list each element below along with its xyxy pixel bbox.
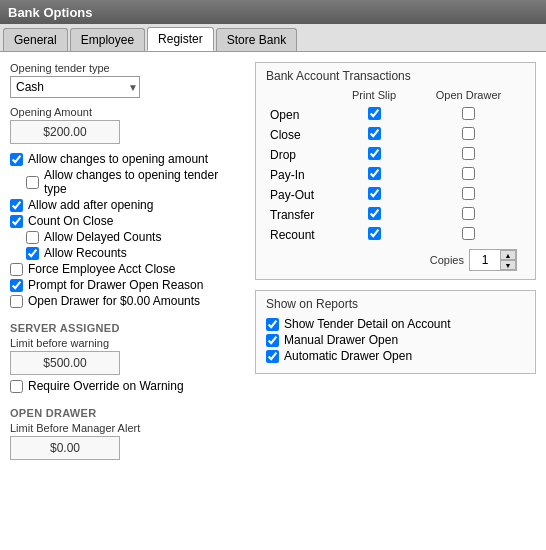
allow-changes-tender-label: Allow changes to opening tender type	[44, 168, 240, 196]
show-tender-input[interactable]	[266, 318, 279, 331]
bat-close-drawer[interactable]	[462, 127, 475, 140]
limit-manager-value: $0.00	[10, 436, 120, 460]
force-employee-input[interactable]	[10, 263, 23, 276]
manual-drawer-input[interactable]	[266, 334, 279, 347]
bat-payin-print[interactable]	[368, 167, 381, 180]
copies-label: Copies	[430, 254, 464, 266]
allow-recounts-input[interactable]	[26, 247, 39, 260]
limit-warning-label: Limit before warning	[10, 337, 240, 349]
require-override-label: Require Override on Warning	[28, 379, 184, 393]
bat-payin-drawer[interactable]	[462, 167, 475, 180]
copies-increment-button[interactable]: ▲	[500, 250, 516, 260]
title-bar: Bank Options	[0, 0, 546, 24]
main-content: Opening tender type Cash ▼ Opening Amoun…	[0, 52, 546, 550]
opening-amount-value: $200.00	[10, 120, 120, 144]
bat-table: Print Slip Open Drawer Open Close	[266, 89, 525, 245]
open-drawer-zero-input[interactable]	[10, 295, 23, 308]
prompt-drawer-label: Prompt for Drawer Open Reason	[28, 278, 203, 292]
limit-manager-label: Limit Before Manager Alert	[10, 422, 240, 434]
checkbox-auto-drawer: Automatic Drawer Open	[266, 349, 525, 363]
allow-changes-opening-input[interactable]	[10, 153, 23, 166]
tab-bar: General Employee Register Store Bank	[0, 24, 546, 52]
bat-recount-drawer[interactable]	[462, 227, 475, 240]
bat-drop-drawer[interactable]	[462, 147, 475, 160]
bat-row-payin: Pay-In	[266, 165, 525, 185]
server-assigned-label: Server Assigned	[10, 322, 240, 334]
bat-close-print[interactable]	[368, 127, 381, 140]
copies-decrement-button[interactable]: ▼	[500, 260, 516, 270]
checkbox-manual-drawer: Manual Drawer Open	[266, 333, 525, 347]
bat-row-close: Close	[266, 125, 525, 145]
checkbox-allow-delayed: Allow Delayed Counts	[26, 230, 240, 244]
allow-recounts-label: Allow Recounts	[44, 246, 127, 260]
checkbox-allow-changes-tender: Allow changes to opening tender type	[26, 168, 240, 196]
copies-input[interactable]	[470, 252, 500, 268]
left-panel: Opening tender type Cash ▼ Opening Amoun…	[10, 62, 240, 540]
bat-transfer-print[interactable]	[368, 207, 381, 220]
allow-add-after-label: Allow add after opening	[28, 198, 153, 212]
checkbox-open-drawer-zero: Open Drawer for $0.00 Amounts	[10, 294, 240, 308]
checkbox-allow-add-after: Allow add after opening	[10, 198, 240, 212]
checkboxes-group1: Allow changes to opening amount Allow ch…	[10, 152, 240, 310]
manual-drawer-label: Manual Drawer Open	[284, 333, 398, 347]
checkbox-allow-recounts: Allow Recounts	[26, 246, 240, 260]
open-drawer-section: Open Drawer Limit Before Manager Alert $…	[10, 403, 240, 460]
opening-tender-label: Opening tender type	[10, 62, 240, 74]
show-tender-label: Show Tender Detail on Account	[284, 317, 451, 331]
opening-tender-section: Opening tender type Cash ▼	[10, 62, 240, 98]
checkbox-force-employee: Force Employee Acct Close	[10, 262, 240, 276]
bat-recount-print[interactable]	[368, 227, 381, 240]
right-panel: Bank Account Transactions Print Slip Ope…	[255, 62, 536, 540]
checkbox-show-tender: Show Tender Detail on Account	[266, 317, 525, 331]
force-employee-label: Force Employee Acct Close	[28, 262, 175, 276]
opening-amount-label: Opening Amount	[10, 106, 240, 118]
tab-store-bank[interactable]: Store Bank	[216, 28, 297, 51]
open-drawer-section-label: Open Drawer	[10, 407, 240, 419]
bat-row-recount: Recount	[266, 225, 525, 245]
copies-row: Copies ▲ ▼	[266, 249, 525, 271]
bat-row-transfer: Transfer	[266, 205, 525, 225]
prompt-drawer-input[interactable]	[10, 279, 23, 292]
limit-warning-value: $500.00	[10, 351, 120, 375]
bat-row-payout: Pay-Out	[266, 185, 525, 205]
bat-drop-print[interactable]	[368, 147, 381, 160]
allow-changes-tender-input[interactable]	[26, 176, 39, 189]
checkbox-allow-changes-opening: Allow changes to opening amount	[10, 152, 240, 166]
allow-delayed-input[interactable]	[26, 231, 39, 244]
sor-container: Show on Reports Show Tender Detail on Ac…	[255, 290, 536, 374]
title-bar-text: Bank Options	[8, 5, 93, 20]
bat-col-print: Print Slip	[336, 89, 412, 105]
allow-changes-opening-label: Allow changes to opening amount	[28, 152, 208, 166]
copies-spinner: ▲ ▼	[469, 249, 517, 271]
bat-row-drop: Drop	[266, 145, 525, 165]
bat-row-open: Open	[266, 105, 525, 125]
auto-drawer-input[interactable]	[266, 350, 279, 363]
opening-amount-section: Opening Amount $200.00	[10, 106, 240, 144]
allow-delayed-label: Allow Delayed Counts	[44, 230, 161, 244]
bat-container: Bank Account Transactions Print Slip Ope…	[255, 62, 536, 280]
bat-open-print[interactable]	[368, 107, 381, 120]
checkbox-prompt-drawer: Prompt for Drawer Open Reason	[10, 278, 240, 292]
copies-spinner-buttons: ▲ ▼	[500, 250, 516, 270]
tender-dropdown-container: Cash ▼	[10, 76, 140, 98]
count-on-close-label: Count On Close	[28, 214, 113, 228]
sor-title: Show on Reports	[266, 297, 525, 311]
bat-open-drawer[interactable]	[462, 107, 475, 120]
bat-title: Bank Account Transactions	[266, 69, 525, 83]
bat-payout-drawer[interactable]	[462, 187, 475, 200]
count-on-close-input[interactable]	[10, 215, 23, 228]
bat-transfer-drawer[interactable]	[462, 207, 475, 220]
tender-dropdown[interactable]: Cash	[10, 76, 140, 98]
open-drawer-zero-label: Open Drawer for $0.00 Amounts	[28, 294, 200, 308]
require-override-input[interactable]	[10, 380, 23, 393]
server-assigned-section: Server Assigned Limit before warning $50…	[10, 318, 240, 395]
tab-employee[interactable]: Employee	[70, 28, 145, 51]
allow-add-after-input[interactable]	[10, 199, 23, 212]
bat-col-drawer: Open Drawer	[412, 89, 525, 105]
tab-register[interactable]: Register	[147, 27, 214, 51]
checkbox-count-on-close: Count On Close	[10, 214, 240, 228]
tab-general[interactable]: General	[3, 28, 68, 51]
bat-payout-print[interactable]	[368, 187, 381, 200]
auto-drawer-label: Automatic Drawer Open	[284, 349, 412, 363]
checkbox-require-override: Require Override on Warning	[10, 379, 240, 393]
